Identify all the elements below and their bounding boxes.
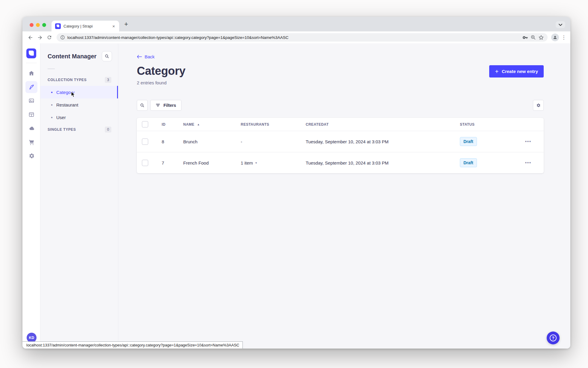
row-actions-menu-icon[interactable]: •••	[525, 139, 531, 145]
cell-restaurants[interactable]: 1 item ▾	[241, 160, 306, 165]
row-checkbox[interactable]	[142, 160, 148, 166]
strapi-favicon-icon	[55, 23, 61, 29]
content-manager-subnav: Content Manager COLLECTION TYPES 3 • Cat…	[40, 43, 118, 349]
row-actions-menu-icon[interactable]: •••	[525, 160, 531, 166]
column-header-createdat[interactable]: CREATEDAT	[306, 122, 460, 127]
sidebar-item-category[interactable]: • Category	[40, 86, 118, 98]
main-content: Back Category 2 entries found + Create n…	[118, 43, 570, 349]
column-header-restaurants[interactable]: RESTAURANTS	[241, 122, 306, 127]
column-header-id[interactable]: ID	[162, 122, 183, 127]
table-row[interactable]: 7 French Food 1 item ▾ Tuesday, Septembe…	[137, 152, 544, 173]
cell-id: 7	[162, 160, 183, 165]
marketplace-cart-icon[interactable]	[25, 136, 37, 148]
back-link[interactable]: Back	[137, 54, 154, 59]
close-window-button[interactable]	[30, 23, 34, 27]
subnav-divider	[48, 69, 55, 69]
status-url-text: localhost:1337/admin/content-manager/col…	[26, 343, 239, 347]
subnav-search-button[interactable]	[102, 51, 112, 61]
page-title: Category	[137, 65, 185, 77]
filter-icon	[156, 104, 160, 107]
cell-restaurants: -	[241, 139, 306, 144]
entries-table: ID NAME ▲ RESTAURANTS CREATEDAT STATUS 8…	[137, 118, 544, 173]
settings-gear-icon[interactable]	[25, 150, 37, 162]
help-button[interactable]: ?	[547, 331, 560, 344]
tab-strip: Category | Strapi × +	[22, 17, 570, 31]
site-info-icon[interactable]	[60, 35, 65, 40]
section-count-badge: 0	[105, 127, 111, 133]
collection-types-section-header: COLLECTION TYPES 3	[40, 74, 118, 86]
close-tab-icon[interactable]: ×	[112, 24, 116, 28]
create-button-label: Create new entry	[502, 69, 538, 74]
sidebar-item-label: User	[56, 115, 66, 120]
password-manager-key-icon[interactable]	[522, 35, 528, 40]
select-all-checkbox[interactable]	[142, 121, 148, 127]
entries-count-text: 2 entries found	[137, 80, 185, 85]
url-text[interactable]: localhost:1337/admin/content-manager/col…	[67, 35, 520, 40]
browser-menu-icon[interactable]: ⋮	[560, 34, 567, 41]
section-label: COLLECTION TYPES	[48, 78, 87, 82]
sidebar-item-label: Restaurant	[56, 102, 78, 107]
create-new-entry-button[interactable]: + Create new entry	[489, 65, 544, 77]
content-type-builder-icon[interactable]	[25, 109, 37, 121]
reload-icon[interactable]	[45, 33, 54, 42]
question-mark-icon: ?	[550, 334, 557, 341]
table-header-row: ID NAME ▲ RESTAURANTS CREATEDAT STATUS	[137, 118, 544, 131]
strapi-logo-icon[interactable]	[26, 48, 36, 58]
rail-divider	[26, 63, 37, 63]
url-bar[interactable]: localhost:1337/admin/content-manager/col…	[57, 33, 548, 42]
table-settings-gear-button[interactable]	[533, 100, 544, 111]
section-count-badge: 3	[105, 77, 111, 83]
zoom-page-icon[interactable]	[531, 35, 536, 40]
cell-name: French Food	[183, 160, 241, 165]
row-checkbox[interactable]	[142, 139, 148, 145]
column-header-name[interactable]: NAME ▲	[183, 122, 241, 127]
window-controls	[30, 23, 46, 27]
home-icon[interactable]	[25, 67, 37, 79]
strapi-admin-app: KD Content Manager COLLECTION TYPES 3 • …	[22, 43, 570, 349]
browser-profile-avatar[interactable]	[551, 34, 559, 41]
section-label: SINGLE TYPES	[48, 127, 76, 132]
tab-title: Category | Strapi	[63, 24, 112, 28]
table-action-bar: Filters	[137, 100, 544, 111]
minimize-window-button[interactable]	[36, 23, 40, 27]
filters-label: Filters	[163, 103, 176, 108]
single-types-section-header: SINGLE TYPES 0	[40, 124, 118, 136]
main-navigation-rail: KD	[22, 43, 40, 349]
cell-createdat: Tuesday, September 10, 2024 at 3:03 PM	[306, 160, 460, 165]
bullet-icon: •	[51, 90, 53, 95]
plus-icon: +	[495, 69, 498, 74]
forward-navigation-icon[interactable]	[35, 33, 45, 42]
sidebar-item-user[interactable]: • User	[40, 111, 118, 124]
fullscreen-window-button[interactable]	[42, 23, 46, 27]
new-tab-button[interactable]: +	[124, 21, 128, 28]
status-badge: Draft	[460, 158, 477, 167]
browser-window: Category | Strapi × + localhost:1337/adm…	[22, 17, 570, 349]
sort-ascending-icon: ▲	[197, 123, 200, 126]
deploy-cloud-icon[interactable]	[25, 122, 37, 134]
subnav-title: Content Manager	[48, 53, 96, 60]
table-row[interactable]: 8 Brunch - Tuesday, September 10, 2024 a…	[137, 131, 544, 152]
browser-tab[interactable]: Category | Strapi ×	[51, 21, 119, 31]
media-library-icon[interactable]	[25, 95, 37, 107]
browser-toolbar: localhost:1337/admin/content-manager/col…	[22, 31, 570, 43]
cell-name: Brunch	[183, 139, 241, 144]
back-navigation-icon[interactable]	[25, 33, 35, 42]
content-manager-feather-icon[interactable]	[25, 81, 37, 93]
tab-search-chevron-icon[interactable]	[556, 21, 565, 28]
back-label: Back	[145, 54, 154, 59]
status-badge: Draft	[460, 137, 477, 146]
search-entries-button[interactable]	[137, 100, 148, 111]
cell-createdat: Tuesday, September 10, 2024 at 3:03 PM	[306, 139, 460, 144]
filters-button[interactable]: Filters	[150, 100, 181, 111]
bookmark-star-icon[interactable]	[538, 35, 544, 40]
column-header-status[interactable]: STATUS	[460, 122, 513, 127]
mouse-cursor	[71, 91, 76, 98]
bullet-icon: •	[51, 102, 53, 107]
sidebar-item-restaurant[interactable]: • Restaurant	[40, 98, 118, 111]
bullet-icon: •	[51, 115, 53, 120]
link-preview-status-bar: localhost:1337/admin/content-manager/col…	[22, 341, 243, 349]
cell-id: 8	[162, 139, 183, 144]
chevron-down-icon: ▾	[255, 161, 257, 165]
